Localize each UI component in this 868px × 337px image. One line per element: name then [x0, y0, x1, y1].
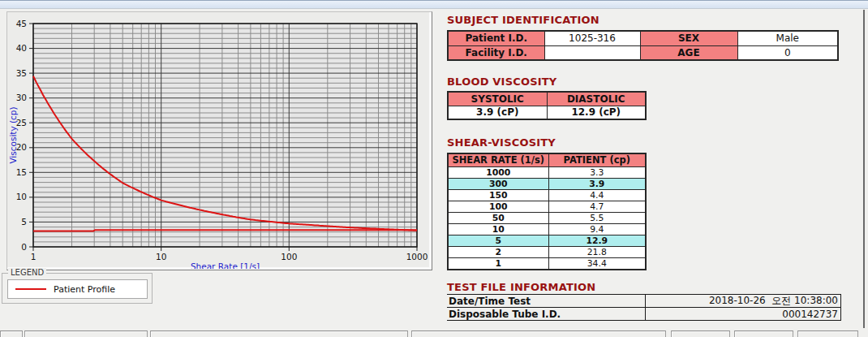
shear-rate-cell: 5 [448, 235, 548, 246]
patient-profile-line-swatch [15, 288, 46, 290]
shear-rate-cell: 150 [448, 189, 548, 201]
svg-text:1000: 1000 [406, 252, 428, 261]
shear-table-row: 512.9 [448, 235, 646, 246]
legend-item-label: Patient Profile [54, 284, 115, 295]
shear-rate-cell: 300 [448, 178, 548, 189]
shear-table-row: 134.4 [448, 257, 646, 270]
patient-viscosity-cell: 3.9 [548, 178, 646, 189]
report-window: { "colors": { "heading": "#981212", "tab… [0, 0, 868, 337]
disposable-tube-id-label: Disposable Tube I.D. [447, 309, 645, 320]
blood-viscosity-table: SYSTOLIC DIASTOLIC 3.9 (cP) 12.9 (cP) [447, 91, 647, 120]
status-panel [0, 331, 23, 337]
shear-table-row: 221.8 [448, 246, 646, 257]
test-file-information-title: TEST FILE INFORMATION [447, 281, 595, 293]
svg-text:100: 100 [281, 252, 297, 261]
shear-table-row: 505.5 [448, 212, 646, 223]
legend-groupbox: LEGEND Patient Profile [2, 273, 153, 304]
diastolic-header: DIASTOLIC [547, 92, 646, 106]
status-panel [150, 331, 408, 337]
table-header-row: SHEAR RATE (1/s) PATIENT (cp) [448, 153, 646, 166]
systolic-value: 3.9 (cP) [448, 106, 547, 119]
table-row: Patient I.D. 1025-316 SEX Male [448, 31, 838, 45]
shear-rate-header: SHEAR RATE (1/s) [448, 153, 548, 166]
svg-text:Viscosity (cp): Viscosity (cp) [8, 106, 18, 163]
age-value: 0 [737, 45, 838, 60]
date-time-test-label: Date/Time Test [447, 296, 645, 307]
subject-identification-table: Patient I.D. 1025-316 SEX Male Facility … [447, 30, 839, 61]
shear-viscosity-title: SHEAR-VISCOSITY [447, 136, 556, 149]
patient-viscosity-cell: 9.4 [548, 223, 646, 235]
status-panel [734, 331, 793, 337]
facility-id-value [544, 45, 640, 60]
status-panel [24, 331, 148, 337]
shear-table-row: 3003.9 [448, 178, 646, 189]
patient-viscosity-cell: 4.4 [548, 189, 646, 201]
status-bar [0, 331, 868, 337]
age-label: AGE [640, 45, 737, 60]
svg-text:40: 40 [16, 43, 27, 53]
shear-rate-cell: 100 [448, 201, 548, 212]
shear-rate-cell: 2 [448, 246, 548, 257]
status-panel [671, 331, 730, 337]
table-row: 3.9 (cP) 12.9 (cP) [448, 106, 646, 119]
viscosity-chart-svg: 0510152025303540451101001000Shear Rate [… [7, 12, 432, 269]
systolic-header: SYSTOLIC [448, 92, 547, 106]
shear-rate-cell: 1 [448, 257, 548, 270]
shear-rate-cell: 1000 [448, 166, 548, 178]
status-panel [411, 331, 666, 337]
window-right-edge [863, 10, 865, 328]
svg-text:10: 10 [156, 252, 166, 261]
shear-rate-cell: 10 [448, 223, 548, 235]
table-row: Date/Time Test 2018-10-26 오전 10:38:00 [447, 295, 841, 308]
svg-text:10: 10 [16, 192, 27, 201]
subject-identification-title: SUBJECT IDENTIFICATION [447, 14, 599, 26]
svg-text:30: 30 [16, 93, 27, 102]
shear-table-body: 10003.33003.91504.41004.7505.5109.4512.9… [448, 166, 646, 270]
shear-table-row: 10003.3 [448, 166, 646, 178]
patient-id-label: Patient I.D. [448, 31, 544, 45]
shear-viscosity-table: SHEAR RATE (1/s) PATIENT (cp) 10003.3300… [447, 153, 647, 270]
table-row: Facility I.D. AGE 0 [448, 45, 838, 60]
legend-item: Patient Profile [7, 279, 148, 299]
patient-viscosity-cell: 34.4 [548, 257, 646, 270]
patient-cp-header: PATIENT (cp) [548, 153, 646, 166]
svg-text:45: 45 [16, 19, 27, 28]
svg-text:Shear Rate [1/s]: Shear Rate [1/s] [191, 261, 260, 269]
shear-table-row: 1504.4 [448, 189, 646, 201]
blood-viscosity-title: BLOOD VISCOSITY [447, 76, 556, 88]
shear-table-row: 1004.7 [448, 201, 646, 212]
disposable-tube-id-value: 000142737 [645, 308, 841, 320]
shear-rate-cell: 50 [448, 212, 548, 223]
status-panel [797, 331, 858, 337]
patient-viscosity-cell: 21.8 [548, 246, 646, 257]
svg-text:35: 35 [16, 68, 27, 78]
patient-viscosity-cell: 5.5 [548, 212, 646, 223]
viscosity-chart-panel: 0510152025303540451101001000Shear Rate [… [6, 11, 432, 270]
test-file-information-table: Date/Time Test 2018-10-26 오전 10:38:00 Di… [447, 294, 841, 321]
shear-table-row: 109.4 [448, 223, 646, 235]
patient-viscosity-cell: 3.3 [548, 166, 646, 178]
patient-viscosity-cell: 12.9 [548, 235, 646, 246]
svg-text:1: 1 [31, 252, 37, 261]
table-row: SYSTOLIC DIASTOLIC [448, 92, 646, 106]
facility-id-label: Facility I.D. [448, 45, 544, 60]
svg-text:15: 15 [16, 167, 27, 177]
table-row: Disposable Tube I.D. 000142737 [447, 308, 841, 321]
svg-text:0: 0 [21, 242, 27, 252]
window-top-strip [0, 0, 868, 9]
patient-viscosity-cell: 4.7 [548, 201, 646, 212]
sex-value: Male [737, 31, 838, 45]
legend-caption: LEGEND [8, 268, 46, 277]
sex-label: SEX [640, 31, 737, 45]
diastolic-value: 12.9 (cP) [547, 106, 646, 119]
patient-id-value: 1025-316 [544, 31, 640, 45]
date-time-test-value: 2018-10-26 오전 10:38:00 [645, 295, 841, 307]
svg-text:5: 5 [21, 217, 27, 227]
